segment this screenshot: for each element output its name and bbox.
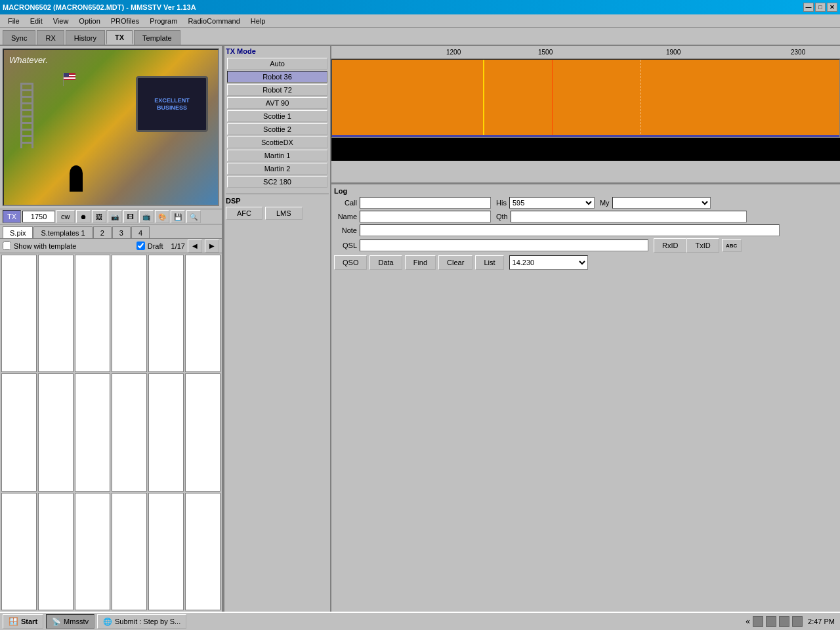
- submit-icon: 🌐: [103, 618, 112, 626]
- taskbar-app-submit[interactable]: 🌐 Submit : Step by S...: [97, 614, 186, 629]
- ruler-1500: 1500: [538, 49, 553, 56]
- dsp-label: DSP: [226, 197, 329, 205]
- grid-cell-14[interactable]: [38, 493, 74, 610]
- mode-avt90[interactable]: AVT 90: [227, 97, 327, 109]
- dsp-afc-button[interactable]: AFC: [226, 207, 262, 220]
- grid-cell-17[interactable]: [148, 493, 184, 610]
- spectrum-display: 1200 1500 1900 2300: [331, 46, 840, 184]
- note-input[interactable]: [360, 224, 780, 236]
- mode-sc2180[interactable]: SC2 180: [227, 176, 327, 188]
- tab-tx[interactable]: TX: [106, 30, 133, 45]
- start-button[interactable]: 🪟 Start: [3, 614, 43, 629]
- menu-option[interactable]: Option: [74, 16, 105, 26]
- grid-cell-18[interactable]: [185, 493, 220, 610]
- call-input[interactable]: [360, 197, 491, 209]
- show-template-checkbox[interactable]: [3, 242, 11, 250]
- menu-radiocommand[interactable]: RadioCommand: [182, 16, 245, 26]
- icon-rec[interactable]: ⏺: [76, 210, 91, 223]
- grid-cell-13[interactable]: [1, 493, 37, 610]
- mode-robot72[interactable]: Robot 72: [227, 84, 327, 96]
- icon-img3[interactable]: 🎞: [123, 210, 138, 223]
- grid-tab-2[interactable]: 2: [93, 226, 112, 238]
- clock: 2:47 PM: [808, 618, 835, 625]
- icon-img6[interactable]: 💾: [171, 210, 185, 223]
- clear-button[interactable]: Clear: [438, 255, 472, 270]
- page-next-button[interactable]: ▶: [205, 240, 219, 253]
- icon-img2[interactable]: 📷: [108, 210, 122, 223]
- flag-decoration: [63, 73, 83, 87]
- dsp-lms-button[interactable]: LMS: [265, 207, 303, 220]
- grid-cell-5[interactable]: [148, 255, 184, 372]
- icon-img4[interactable]: 📺: [139, 210, 154, 223]
- ruler-2300: 2300: [791, 49, 805, 56]
- qso-button[interactable]: QSO: [334, 255, 367, 270]
- mode-martin2[interactable]: Martin 2: [227, 163, 327, 175]
- grid-tab-spix[interactable]: S.pix: [3, 226, 33, 238]
- grid-cell-1[interactable]: [1, 255, 37, 372]
- grid-cell-7[interactable]: [1, 373, 37, 491]
- rxid-button[interactable]: RxID: [654, 238, 686, 253]
- log-section: Log Call His 595 599 My: [331, 184, 840, 612]
- minimize-button[interactable]: —: [803, 3, 814, 12]
- mode-scottie1[interactable]: Scottie 1: [227, 110, 327, 122]
- draft-checkbox[interactable]: [136, 242, 145, 250]
- maximize-button[interactable]: □: [815, 3, 826, 12]
- grid-cell-11[interactable]: [148, 373, 184, 491]
- grid-cell-4[interactable]: [112, 255, 147, 372]
- taskbar-app-mmsstv[interactable]: 📡 Mmsstv: [46, 614, 94, 629]
- grid-cell-8[interactable]: [38, 373, 74, 491]
- mode-scottiedx[interactable]: ScottieDX: [227, 136, 327, 148]
- list-button[interactable]: List: [475, 255, 503, 270]
- menu-edit[interactable]: Edit: [25, 16, 48, 26]
- icon-img1[interactable]: 🖼: [92, 210, 106, 223]
- tray-icon-misc: [792, 616, 803, 627]
- freq-input[interactable]: [22, 211, 55, 222]
- qsl-input[interactable]: [360, 240, 648, 251]
- mode-auto[interactable]: Auto: [227, 58, 327, 70]
- close-button[interactable]: ✕: [827, 3, 837, 12]
- mode-scottie2[interactable]: Scottie 2: [227, 123, 327, 135]
- grid-cell-9[interactable]: [75, 373, 110, 491]
- vert-line-yellow: [483, 60, 484, 137]
- start-label: Start: [21, 618, 37, 625]
- grid-tab-stemplates1[interactable]: S.templates 1: [33, 226, 92, 238]
- tx-button[interactable]: TX: [3, 210, 21, 223]
- grid-cell-3[interactable]: [75, 255, 110, 372]
- log-row-note: Note: [334, 224, 837, 236]
- menu-help[interactable]: Help: [245, 16, 271, 26]
- icon-search[interactable]: 🔍: [186, 210, 201, 223]
- menu-program[interactable]: Program: [144, 16, 182, 26]
- grid-cell-6[interactable]: [185, 255, 220, 372]
- tab-rx[interactable]: RX: [37, 30, 64, 45]
- page-prev-button[interactable]: ◀: [188, 240, 202, 253]
- mode-robot36[interactable]: Robot 36: [227, 71, 327, 83]
- mode-martin1[interactable]: Martin 1: [227, 150, 327, 161]
- grid-tab-3[interactable]: 3: [112, 226, 131, 238]
- data-button[interactable]: Data: [369, 255, 402, 270]
- tab-sync[interactable]: Sync: [3, 30, 35, 45]
- my-dropdown[interactable]: [612, 197, 711, 209]
- tab-template[interactable]: Template: [134, 30, 180, 45]
- taskbar-right: « 2:47 PM: [746, 616, 837, 627]
- grid-cell-2[interactable]: [38, 255, 74, 372]
- grid-tab-4[interactable]: 4: [131, 226, 150, 238]
- grid-cell-15[interactable]: [75, 493, 110, 610]
- icon-img5[interactable]: 🎨: [155, 210, 169, 223]
- abc-button[interactable]: ABC: [722, 239, 742, 252]
- grid-cell-16[interactable]: [112, 493, 147, 610]
- name-input[interactable]: [360, 211, 491, 222]
- preview-text: Whatever.: [9, 55, 48, 65]
- tab-history[interactable]: History: [66, 30, 105, 45]
- find-button[interactable]: Find: [405, 255, 436, 270]
- menu-view[interactable]: View: [48, 16, 74, 26]
- txid-button[interactable]: TxID: [686, 238, 719, 253]
- freq-dropdown[interactable]: 14.230 14.233: [509, 255, 588, 270]
- grid-cell-12[interactable]: [185, 373, 220, 491]
- his-dropdown[interactable]: 595 599: [509, 197, 595, 209]
- menu-file[interactable]: File: [3, 16, 25, 26]
- qth-input[interactable]: [511, 211, 747, 222]
- person-silhouette: [70, 165, 83, 192]
- grid-cell-10[interactable]: [112, 373, 147, 491]
- menu-profiles[interactable]: PROfiles: [106, 16, 144, 26]
- cw-button[interactable]: cw: [56, 210, 74, 223]
